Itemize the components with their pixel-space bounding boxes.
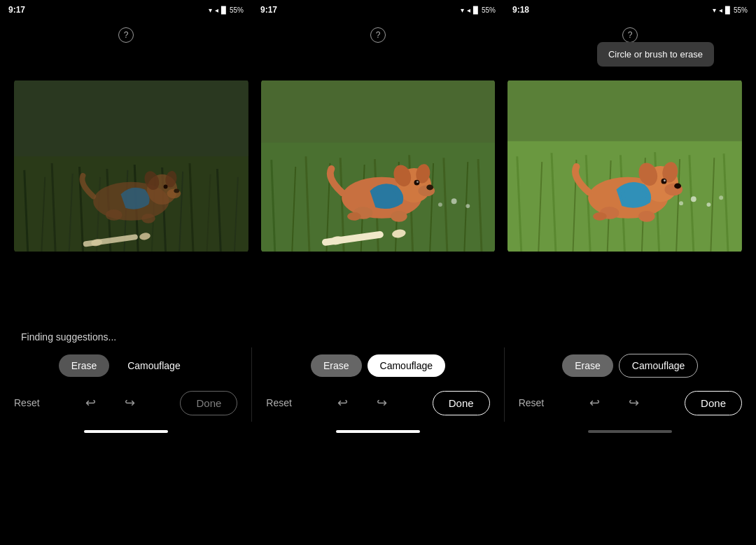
- help-question-2: ?: [376, 30, 381, 40]
- photo-1: [14, 79, 248, 253]
- svg-point-82: [679, 201, 683, 205]
- svg-point-83: [707, 202, 711, 207]
- undo-button-3[interactable]: ↩: [584, 392, 606, 414]
- svg-point-47: [451, 198, 456, 204]
- erase-button-1[interactable]: Erase: [59, 354, 110, 377]
- done-button-2[interactable]: Done: [433, 391, 490, 415]
- icons-2: ▾◂▉55%: [461, 6, 496, 14]
- tooltip-text: Circle or brush to erase: [608, 49, 703, 60]
- svg-point-90: [675, 184, 682, 189]
- camouflage-button-2[interactable]: Camouflage: [368, 354, 446, 377]
- status-bar-1: 9:17 ▾◂▉55%: [0, 0, 252, 20]
- indicator-2: [252, 430, 504, 433]
- redo-button-2[interactable]: ↪: [370, 392, 393, 414]
- camouflage-button-3[interactable]: Camouflage: [619, 354, 699, 378]
- status-bars: 9:17 ▾◂▉55% 9:17 ▾◂▉55% 9:18 ▾◂▉55%: [0, 0, 756, 20]
- redo-icon-2: ↪: [377, 395, 387, 411]
- undo-redo-3: ↩ ↪: [584, 392, 645, 414]
- svg-rect-66: [507, 81, 742, 146]
- svg-rect-32: [261, 81, 496, 149]
- images-section: [0, 57, 756, 275]
- photo-2: [261, 79, 496, 253]
- help-icon-3[interactable]: ?: [622, 27, 638, 43]
- help-icon-1[interactable]: ?: [118, 27, 134, 43]
- time-3: 9:18: [512, 5, 529, 15]
- svg-point-95: [638, 211, 655, 222]
- undo-redo-2: ↩ ↪: [331, 392, 393, 414]
- bottom-indicators: [0, 422, 756, 436]
- svg-point-26: [106, 209, 122, 221]
- redo-icon-1: ↪: [125, 395, 135, 411]
- action-bar-1: Reset ↩ ↪ Done: [0, 391, 251, 415]
- undo-button-2[interactable]: ↩: [331, 392, 354, 414]
- help-icon-2[interactable]: ?: [370, 27, 386, 43]
- undo-icon-3: ↩: [589, 395, 600, 411]
- done-button-1[interactable]: Done: [180, 391, 237, 415]
- icons-1: ▾◂▉55%: [209, 6, 244, 14]
- svg-point-24: [174, 188, 179, 193]
- erase-panel-1: Erase Camouflage: [0, 347, 251, 384]
- help-cell-3: ? Circle or brush to erase: [504, 20, 756, 50]
- erase-button-3[interactable]: Erase: [562, 354, 613, 377]
- time-2: 9:17: [260, 5, 277, 15]
- reset-button-3[interactable]: Reset: [519, 397, 545, 408]
- action-bars: Reset ↩ ↪ Done Reset ↩ ↪ Done Reset: [0, 384, 756, 422]
- redo-button-3[interactable]: ↪: [623, 392, 645, 414]
- help-question-3: ?: [628, 30, 633, 40]
- tooltip-bubble: Circle or brush to erase: [597, 42, 714, 67]
- svg-point-61: [347, 212, 361, 221]
- indicator-1: [0, 430, 252, 433]
- indicator-bar-1: [84, 430, 168, 433]
- svg-point-55: [426, 185, 433, 191]
- indicator-bar-3: [588, 430, 672, 433]
- time-1: 9:17: [8, 5, 25, 15]
- photo-panel-3[interactable]: [507, 79, 742, 253]
- help-row: ? ? ? Circle or brush to erase: [0, 20, 756, 50]
- help-question-1: ?: [124, 30, 129, 40]
- svg-point-81: [691, 196, 696, 202]
- action-bar-3: Reset ↩ ↪ Done: [505, 391, 756, 415]
- svg-point-27: [141, 214, 155, 223]
- photo-3: [507, 79, 742, 253]
- svg-point-84: [720, 195, 724, 200]
- icons-3: ▾◂▉55%: [713, 6, 748, 14]
- status-bar-3: 9:18 ▾◂▉55%: [504, 0, 756, 20]
- status-bar-2: 9:17 ▾◂▉55%: [252, 0, 504, 20]
- undo-button-1[interactable]: ↩: [79, 392, 102, 414]
- camouflage-button-1[interactable]: Camouflage: [115, 354, 193, 377]
- svg-rect-18: [14, 81, 248, 156]
- svg-point-92: [664, 179, 666, 181]
- svg-point-49: [465, 204, 470, 208]
- svg-point-60: [391, 211, 407, 222]
- svg-point-25: [164, 185, 168, 189]
- redo-icon-3: ↪: [629, 395, 639, 411]
- photo-panel-1: [14, 79, 248, 253]
- photo-panel-2[interactable]: [261, 79, 496, 253]
- action-bar-2: Reset ↩ ↪ Done: [252, 391, 503, 415]
- finding-suggestions-area: Finding suggestions...: [0, 331, 756, 347]
- erase-panel-3: Erase Camouflage: [505, 347, 756, 384]
- erase-button-2[interactable]: Erase: [311, 354, 362, 377]
- svg-point-57: [416, 181, 419, 183]
- svg-point-48: [438, 202, 442, 207]
- undo-icon-2: ↩: [337, 395, 348, 411]
- redo-button-1[interactable]: ↪: [118, 392, 141, 414]
- erase-panel-2: Erase Camouflage: [252, 347, 503, 384]
- svg-point-96: [593, 212, 607, 221]
- reset-button-1[interactable]: Reset: [14, 397, 40, 408]
- undo-icon-1: ↩: [85, 395, 96, 411]
- reset-button-2[interactable]: Reset: [266, 397, 292, 408]
- finding-suggestions-label: Finding suggestions...: [21, 331, 116, 343]
- indicator-3: [504, 430, 756, 433]
- help-cell-2: ?: [252, 20, 504, 50]
- middle-spacer: [0, 275, 756, 331]
- done-button-3[interactable]: Done: [685, 391, 742, 415]
- help-cell-1: ?: [0, 20, 252, 50]
- undo-redo-1: ↩ ↪: [79, 392, 141, 414]
- erase-panels: Erase Camouflage Erase Camouflage Erase …: [0, 347, 756, 384]
- indicator-bar-2: [336, 430, 420, 433]
